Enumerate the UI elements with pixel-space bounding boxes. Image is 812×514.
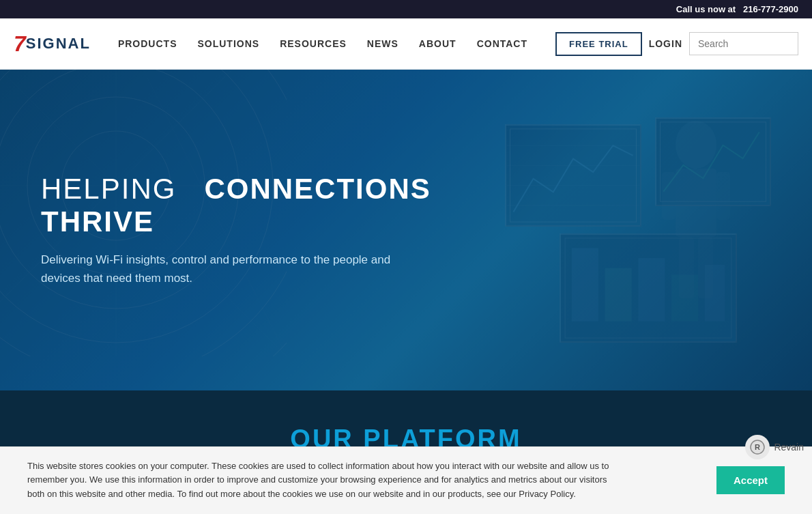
nav-item-resources[interactable]: RESOURCES bbox=[280, 38, 347, 49]
logo-7: 7 bbox=[14, 31, 26, 57]
call-text: Call us now at bbox=[676, 4, 736, 14]
nav-item-solutions[interactable]: SOLUTIONS bbox=[197, 38, 259, 49]
hero-subtext: Delivering Wi-Fi insights, control and p… bbox=[41, 251, 403, 287]
top-bar: Call us now at 216-777-2900 bbox=[0, 0, 812, 18]
svg-text:R: R bbox=[755, 443, 760, 451]
cookie-text: This website stores cookies on your comp… bbox=[27, 459, 614, 495]
search-input[interactable] bbox=[689, 32, 798, 55]
revain-label: Revain bbox=[774, 442, 804, 453]
revain-badge: R Revain bbox=[745, 435, 804, 459]
nav-right: FREE TRIAL LOGIN bbox=[555, 32, 798, 56]
cookie-banner: This website stores cookies on your comp… bbox=[0, 446, 812, 495]
nav-links: PRODUCTS SOLUTIONS RESOURCES NEWS ABOUT … bbox=[118, 38, 555, 50]
logo-link[interactable]: 7 SIGNAL bbox=[14, 31, 91, 57]
logo-signal: SIGNAL bbox=[26, 35, 91, 53]
hero-section: HELPING CONNECTIONS THRIVE Delivering Wi… bbox=[0, 70, 812, 390]
nav-item-products[interactable]: PRODUCTS bbox=[118, 38, 177, 49]
revain-icon: R bbox=[745, 435, 770, 459]
hero-headline: HELPING CONNECTIONS THRIVE bbox=[41, 173, 437, 238]
hero-content: HELPING CONNECTIONS THRIVE Delivering Wi… bbox=[0, 173, 478, 287]
cookie-accept-button[interactable]: Accept bbox=[716, 466, 785, 494]
nav-item-news[interactable]: NEWS bbox=[367, 38, 398, 49]
phone-number: 216-777-2900 bbox=[743, 4, 798, 14]
main-nav: 7 SIGNAL PRODUCTS SOLUTIONS RESOURCES NE… bbox=[0, 18, 812, 70]
free-trial-button[interactable]: FREE TRIAL bbox=[555, 32, 642, 56]
nav-item-about[interactable]: ABOUT bbox=[419, 38, 456, 49]
nav-item-contact[interactable]: CONTACT bbox=[477, 38, 527, 49]
login-button[interactable]: LOGIN bbox=[649, 38, 682, 49]
hero-helping-text: HELPING bbox=[41, 173, 176, 205]
